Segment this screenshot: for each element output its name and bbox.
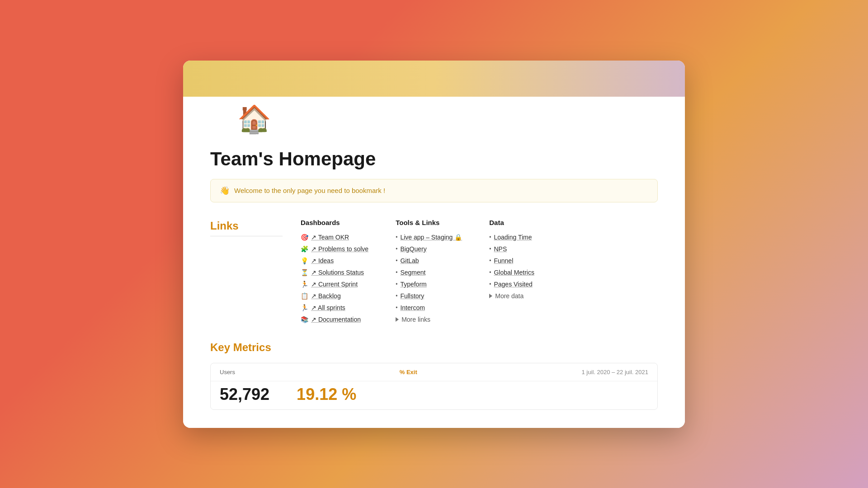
list-item: Intercom — [396, 304, 462, 311]
list-item: Loading Time — [489, 234, 534, 241]
metrics-values: 52,792 19.12 % — [211, 381, 657, 409]
list-item: 💡 ↗ Ideas — [301, 257, 368, 264]
all-sprints-link[interactable]: ↗ All sprints — [311, 304, 345, 311]
list-item: Pages Visited — [489, 281, 534, 288]
links-divider — [210, 236, 283, 236]
dashboards-column: Dashboards 🎯 ↗ Team OKR 🧩 ↗ Problems to … — [301, 219, 368, 323]
more-links-toggle[interactable]: More links — [396, 316, 462, 323]
okr-icon: 🎯 — [301, 234, 308, 241]
global-metrics-link[interactable]: Global Metrics — [494, 269, 534, 276]
fullstory-link[interactable]: Fullstory — [400, 292, 424, 300]
sprint-link[interactable]: ↗ Current Sprint — [311, 281, 358, 288]
tools-list: Live app – Staging 🔒 BigQuery GitLab Seg… — [396, 234, 462, 311]
users-value: 52,792 — [220, 385, 269, 404]
gitlab-link[interactable]: GitLab — [400, 257, 419, 264]
live-app-link[interactable]: Live app – Staging 🔒 — [400, 234, 462, 241]
list-item: Segment — [396, 269, 462, 276]
welcome-text: Welcome to the only page you need to boo… — [234, 187, 385, 194]
data-column: Data Loading Time NPS Funnel Global Metr… — [489, 219, 534, 323]
segment-link[interactable]: Segment — [400, 269, 425, 276]
page-title: Team's Homepage — [210, 148, 658, 170]
links-section: Links Dashboards 🎯 ↗ Team OKR 🧩 ↗ Probl — [210, 219, 658, 323]
problems-link[interactable]: ↗ Problems to solve — [311, 245, 368, 253]
list-item: NPS — [489, 245, 534, 253]
list-item: ⏳ ↗ Solutions Status — [301, 269, 368, 276]
metrics-card: Users % Exit 1 juil. 2020 – 22 juil. 202… — [210, 363, 658, 410]
welcome-icon: 👋 — [220, 186, 230, 196]
list-item: 📚 ↗ Documentation — [301, 316, 368, 323]
list-item: Funnel — [489, 257, 534, 264]
tools-heading: Tools & Links — [396, 219, 462, 226]
tools-column: Tools & Links Live app – Staging 🔒 BigQu… — [396, 219, 462, 323]
team-okr-link[interactable]: ↗ Team OKR — [311, 234, 349, 241]
funnel-link[interactable]: Funnel — [494, 257, 513, 264]
list-item: Typeform — [396, 281, 462, 288]
list-item: 🏃 ↗ Current Sprint — [301, 281, 368, 288]
documentation-link[interactable]: ↗ Documentation — [311, 316, 361, 323]
solutions-icon: ⏳ — [301, 269, 308, 276]
links-heading-area: Links — [210, 219, 301, 323]
backlog-icon: 📋 — [301, 292, 308, 300]
list-item: 📋 ↗ Backlog — [301, 292, 368, 300]
more-data-label: More data — [495, 292, 524, 300]
dashboards-list: 🎯 ↗ Team OKR 🧩 ↗ Problems to solve 💡 ↗ I… — [301, 234, 368, 323]
more-links-label: More links — [401, 316, 430, 323]
problems-icon: 🧩 — [301, 245, 308, 253]
data-heading: Data — [489, 219, 534, 226]
links-heading: Links — [210, 219, 301, 232]
page-content: 🏠 Team's Homepage 👋 Welcome to the only … — [183, 97, 685, 428]
data-list: Loading Time NPS Funnel Global Metrics P — [489, 234, 534, 288]
intercom-link[interactable]: Intercom — [400, 304, 425, 311]
list-item: Fullstory — [396, 292, 462, 300]
bigquery-link[interactable]: BigQuery — [400, 245, 426, 253]
key-metrics-section: Key Metrics Users % Exit 1 juil. 2020 – … — [210, 341, 658, 410]
ideas-icon: 💡 — [301, 257, 308, 264]
users-label: Users — [220, 369, 235, 375]
metrics-card-header: Users % Exit 1 juil. 2020 – 22 juil. 202… — [211, 363, 657, 381]
more-data-toggle[interactable]: More data — [489, 292, 534, 300]
list-item: 🏃 ↗ All sprints — [301, 304, 368, 311]
ideas-link[interactable]: ↗ Ideas — [311, 257, 334, 264]
list-item: GitLab — [396, 257, 462, 264]
all-sprints-icon: 🏃 — [301, 304, 308, 311]
dashboards-heading: Dashboards — [301, 219, 368, 226]
pct-label: % Exit — [400, 369, 417, 375]
pages-visited-link[interactable]: Pages Visited — [494, 281, 532, 288]
links-columns: Dashboards 🎯 ↗ Team OKR 🧩 ↗ Problems to … — [301, 219, 658, 323]
list-item: 🧩 ↗ Problems to solve — [301, 245, 368, 253]
docs-icon: 📚 — [301, 316, 308, 323]
list-item: Global Metrics — [489, 269, 534, 276]
solutions-link[interactable]: ↗ Solutions Status — [311, 269, 364, 276]
window-header — [183, 61, 685, 101]
list-item: Live app – Staging 🔒 — [396, 234, 462, 241]
list-item: BigQuery — [396, 245, 462, 253]
main-window: 🏠 Team's Homepage 👋 Welcome to the only … — [183, 61, 685, 428]
nps-link[interactable]: NPS — [494, 245, 507, 253]
typeform-link[interactable]: Typeform — [400, 281, 426, 288]
pct-value: 19.12 % — [297, 385, 356, 404]
more-links-triangle-icon — [396, 317, 399, 322]
sprint-icon: 🏃 — [301, 281, 308, 288]
welcome-banner: 👋 Welcome to the only page you need to b… — [210, 179, 658, 202]
key-metrics-heading: Key Metrics — [210, 341, 658, 354]
loading-time-link[interactable]: Loading Time — [494, 234, 532, 241]
more-data-triangle-icon — [489, 294, 492, 298]
list-item: 🎯 ↗ Team OKR — [301, 234, 368, 241]
page-icon: 🏠 — [210, 97, 658, 137]
backlog-link[interactable]: ↗ Backlog — [311, 292, 341, 300]
date-range: 1 juil. 2020 – 22 juil. 2021 — [582, 369, 648, 375]
